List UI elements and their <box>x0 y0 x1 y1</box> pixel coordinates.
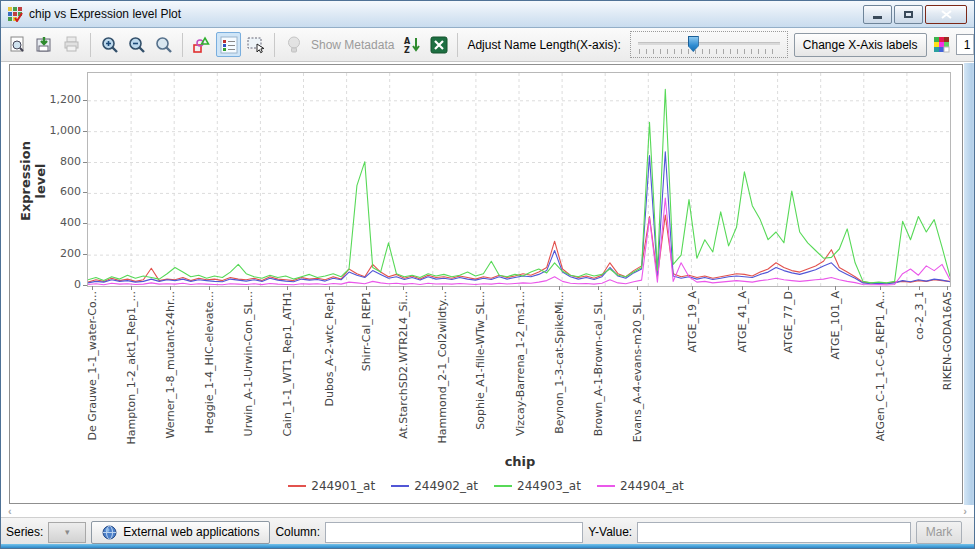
zoom-in-button[interactable] <box>97 32 122 57</box>
close-icon <box>941 10 952 19</box>
maximize-button[interactable] <box>894 5 923 24</box>
x-tick-mark <box>880 286 881 290</box>
x-tick-mark <box>403 286 404 290</box>
x-tick-mark <box>209 286 210 290</box>
chevron-down-icon: ▾ <box>65 527 70 537</box>
yvalue-input[interactable] <box>637 522 911 543</box>
x-axis-label: Werner_1-8_mutant-24hr... <box>164 291 177 439</box>
chart-type-button[interactable] <box>189 32 214 57</box>
chart-canvas[interactable] <box>88 73 950 286</box>
x-axis-label: AtGen_C-1_1-C-6_REP1_A... <box>874 291 887 441</box>
export-excel-button[interactable] <box>426 32 451 57</box>
export-image-button[interactable] <box>32 32 57 57</box>
legend-item: 244903_at <box>494 479 581 493</box>
x-tick-mark <box>480 286 481 290</box>
x-axis-label: Hampton_1-2_akt1_Rep1_... <box>125 291 138 445</box>
column-label: Column: <box>275 525 320 539</box>
y-tick-label: 400 <box>15 216 81 229</box>
window-title: chip vs Expression level Plot <box>29 7 181 21</box>
magnifier-page-icon <box>9 36 26 53</box>
x-axis-label: Urwin_A-1-Urwin-Con_SL... <box>242 291 255 436</box>
x-tick-mark <box>742 286 743 290</box>
right-gutter <box>964 63 975 505</box>
column-input[interactable] <box>325 522 583 543</box>
save-arrow-icon <box>36 36 53 53</box>
excel-icon <box>430 36 448 54</box>
title-bar: chip vs Expression level Plot <box>1 1 974 28</box>
annotation-color-button[interactable] <box>929 32 954 57</box>
lightbulb-icon <box>286 36 302 53</box>
y-tick-label: 0 <box>15 278 81 291</box>
x-axis-label: RIKEN-GODA16A5 <box>941 291 954 390</box>
x-axis-label: ATGE_77_D <box>782 291 795 353</box>
x-axis-label: co-2_3_1 <box>913 291 926 340</box>
external-web-apps-button[interactable]: External web applications <box>91 521 270 544</box>
slider-ticks <box>639 49 779 54</box>
legend-swatch <box>288 485 306 487</box>
x-axis-title: chip <box>450 454 590 469</box>
svg-text:A: A <box>404 37 411 46</box>
app-window: chip vs Expression level Plot <box>0 0 975 549</box>
x-tick-mark <box>329 286 330 290</box>
window-controls <box>863 5 968 24</box>
x-tick-mark <box>248 286 249 290</box>
x-tick-mark <box>692 286 693 290</box>
x-axis-label: ATGE_101_A <box>829 291 842 359</box>
collapse-left-icon[interactable]: ‹ <box>8 506 12 516</box>
toolbar: Show Metadata A Z Adjust Name Length(X-a… <box>1 28 974 62</box>
y-tick-label: 800 <box>15 155 81 168</box>
legend-label: 244903_at <box>517 479 581 493</box>
zoom-reset-button[interactable] <box>151 32 176 57</box>
x-axis-label: Heggie_1-4_HIC-elevate... <box>203 291 216 433</box>
x-axis-label: Brown_A-1-Brown-cal_SL... <box>592 291 605 436</box>
chart-panel: Expression level 02004006008001,0001,200… <box>9 64 963 504</box>
collapse-right-icon[interactable]: › <box>963 506 967 516</box>
preview-button[interactable] <box>5 32 30 57</box>
x-tick-mark <box>287 286 288 290</box>
select-region-button[interactable] <box>243 32 268 57</box>
minimize-button[interactable] <box>863 5 892 24</box>
x-tick-mark <box>442 286 443 290</box>
y-tick-label: 600 <box>15 185 81 198</box>
plot-area[interactable] <box>87 72 951 287</box>
bottom-bar: Series: ▾ External web applications Colu… <box>1 517 974 546</box>
external-web-apps-label: External web applications <box>123 525 259 539</box>
show-metadata-label: Show Metadata <box>311 38 394 52</box>
sort-button[interactable]: A Z <box>399 32 424 57</box>
legend-label: 244902_at <box>414 479 478 493</box>
x-tick-mark <box>835 286 836 290</box>
change-xaxis-labels-button[interactable]: Change X-Axis labels <box>794 33 927 57</box>
x-axis-label: Sophie_A1-fille-WTw_SL... <box>474 291 487 430</box>
chart-legend: 244901_at244902_at244903_at244904_at <box>10 479 962 493</box>
yvalue-label: Y-Value: <box>588 525 632 539</box>
name-length-slider[interactable] <box>630 31 788 58</box>
print-button[interactable] <box>59 32 84 57</box>
legend-item: 244902_at <box>391 479 478 493</box>
series-combobox[interactable]: ▾ <box>48 522 86 543</box>
globe-icon <box>102 525 117 540</box>
x-axis-label: Hammond_2-1_Col2wildty... <box>436 291 449 443</box>
x-axis-label: ATGE_19_A <box>686 291 699 352</box>
svg-text:Z: Z <box>404 46 410 54</box>
show-metadata-icon-button[interactable] <box>281 32 306 57</box>
legend-toggle-button[interactable] <box>216 32 241 57</box>
zoom-out-button[interactable] <box>124 32 149 57</box>
magnifier-plus-icon <box>101 36 119 54</box>
x-axis-label: Evans_A-4-evans-m20_SL... <box>631 291 644 442</box>
maximize-icon <box>904 11 913 18</box>
close-button[interactable] <box>925 5 967 24</box>
adjust-name-length-label: Adjust Name Length(X-axis): <box>467 38 620 52</box>
legend-swatch <box>494 485 512 487</box>
selection-cursor-icon <box>247 36 265 54</box>
x-tick-mark <box>559 286 560 290</box>
x-axis-label: Cain_1-1_WT1_Rep1_ATH1 <box>281 291 294 437</box>
mark-button[interactable]: Mark <box>916 521 962 544</box>
x-axis-label: Beynon_1-3-cat-SpikeMi... <box>553 291 566 434</box>
x-tick-mark <box>170 286 171 290</box>
x-tick-mark <box>92 286 93 290</box>
x-axis-label: At.StarchSD2.WTR2L4_Si... <box>397 291 410 439</box>
annotation-count-spinner[interactable]: 1 ▲ ▼ <box>956 34 975 55</box>
shapes-icon <box>193 36 211 54</box>
y-tick-label: 200 <box>15 247 81 260</box>
x-axis-label: Vizcay-Barrena_1-2_ms1... <box>514 291 527 436</box>
